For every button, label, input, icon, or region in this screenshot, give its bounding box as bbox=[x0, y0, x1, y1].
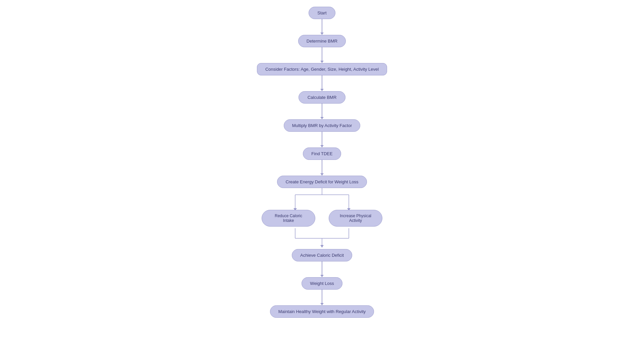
node-increase-physical-activity: Increase Physical Activity bbox=[329, 210, 382, 227]
node-start: Start bbox=[309, 7, 335, 19]
svg-marker-11 bbox=[320, 245, 324, 248]
node-consider-factors: Consider Factors: Age, Gender, Size, Hei… bbox=[257, 63, 387, 75]
node-find-tdee: Find TDEE bbox=[303, 147, 341, 160]
node-reduce-caloric-intake: Reduce Caloric Intake bbox=[262, 210, 315, 227]
node-determine-bmr: Determine BMR bbox=[298, 35, 346, 47]
node-achieve-caloric-deficit: Achieve Caloric Deficit bbox=[292, 249, 352, 261]
node-maintain-healthy-weight: Maintain Healthy Weight with Regular Act… bbox=[270, 305, 374, 318]
node-weight-loss: Weight Loss bbox=[302, 277, 342, 290]
node-multiply-bmr: Multiply BMR by Activity Factor bbox=[284, 119, 360, 132]
flowchart: Start Determine BMR Consider Factors: Ag… bbox=[0, 0, 644, 331]
node-create-energy-deficit: Create Energy Deficit for Weight Loss bbox=[277, 176, 367, 188]
node-calculate-bmr: Calculate BMR bbox=[299, 91, 345, 104]
converge-svg bbox=[262, 228, 382, 248]
